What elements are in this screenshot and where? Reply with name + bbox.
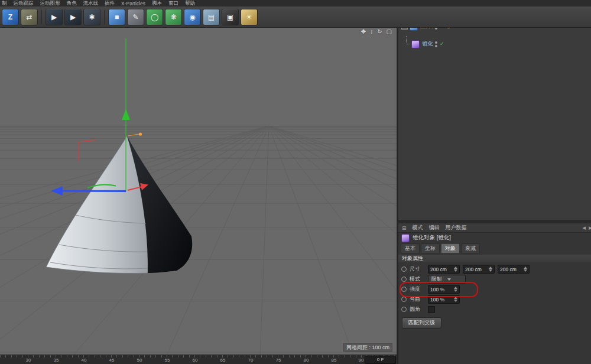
- menu-item-mograph[interactable]: 运动图形: [40, 0, 60, 7]
- menu-item-script[interactable]: 脚本: [152, 0, 162, 7]
- size-z-field[interactable]: 200 cm: [498, 265, 530, 274]
- taper-deformer-icon[interactable]: [411, 40, 420, 48]
- toggle-view-icon[interactable]: ▢: [387, 28, 392, 35]
- render-settings-icon[interactable]: ✱: [83, 9, 100, 25]
- ruler-mark: 50: [137, 358, 142, 363]
- object-manager-tree[interactable]: 立方体 ✓ 锥化 ✓: [398, 20, 591, 220]
- axis-z-line[interactable]: [61, 191, 126, 191]
- visibility-dots-icon[interactable]: [435, 41, 437, 44]
- pen-tool-icon[interactable]: ✎: [127, 9, 144, 25]
- tab-object[interactable]: 对象: [441, 243, 460, 254]
- am-menu-edit[interactable]: 编辑: [429, 224, 440, 232]
- history-controls: ◀ ▶: [582, 225, 591, 230]
- main-menubar: 制 运动跟踪 运动图形 角色 流水线 插件 X-Particles 脚本 窗口 …: [0, 0, 591, 6]
- keyframe-dot-icon[interactable]: [401, 287, 407, 292]
- ruler-mark: 35: [54, 358, 59, 363]
- simulation-icon[interactable]: ◉: [184, 9, 201, 25]
- history-forward-icon[interactable]: ▶: [589, 225, 591, 230]
- object-label-taper[interactable]: 锥化: [422, 40, 433, 48]
- keyframe-dot-icon[interactable]: [401, 297, 407, 302]
- object-toggles: ✓: [435, 40, 444, 48]
- stepper-icon[interactable]: [454, 287, 458, 292]
- current-frame-field[interactable]: 0 F: [365, 356, 396, 364]
- am-menu-mode[interactable]: 模式: [413, 224, 423, 232]
- ruler-mark: 45: [109, 358, 115, 363]
- menu-item-help[interactable]: 帮助: [185, 0, 195, 7]
- timeline-ruler[interactable]: 30 35 40 45 50 55 60 65 70 75 80 85 90: [0, 355, 397, 364]
- attribute-rows: 尺寸 200 cm 200 cm 200 cm 模式 限制 强度 100 % 弯…: [398, 264, 591, 329]
- tree-row-taper[interactable]: 锥化 ✓: [398, 40, 591, 48]
- generator-icon[interactable]: ❋: [165, 9, 182, 25]
- stepper-icon[interactable]: [454, 266, 458, 272]
- history-back-icon[interactable]: ◀: [582, 225, 586, 230]
- keyframe-dot-icon[interactable]: [401, 266, 407, 272]
- enabled-check-icon[interactable]: ✓: [440, 40, 444, 48]
- menu-item-character[interactable]: 角色: [67, 0, 77, 7]
- fillet-checkbox[interactable]: [428, 306, 435, 313]
- menu-item[interactable]: 制: [2, 0, 7, 7]
- attribute-object-title: 锥化对象 [锥化]: [413, 234, 451, 242]
- ruler-mark: 55: [165, 358, 170, 363]
- grid-spacing-label: 网格间距 : 100 cm: [343, 343, 392, 352]
- fit-to-parent-button[interactable]: 匹配到父级: [402, 317, 441, 329]
- tab-falloff[interactable]: 衰减: [461, 243, 480, 254]
- menu-item-pipeline[interactable]: 流水线: [83, 0, 99, 7]
- ruler-mark: 65: [220, 358, 226, 363]
- viewport-3d[interactable]: ✥ ↕ ↻ ▢ 网格间距 : 100 cm: [0, 27, 397, 355]
- size-y-field[interactable]: 200 cm: [463, 265, 495, 274]
- ruler-mark: 30: [26, 358, 31, 363]
- camera-icon[interactable]: ▣: [222, 9, 239, 25]
- size-label: 尺寸: [410, 265, 425, 273]
- bend-label: 弯曲: [410, 295, 425, 303]
- ruler-mark: 80: [304, 358, 309, 363]
- scene-canvas[interactable]: [0, 27, 397, 355]
- cube-primitive-icon[interactable]: ■: [108, 9, 125, 25]
- keyframe-dot-icon[interactable]: [401, 277, 407, 282]
- taper-handle-icon[interactable]: [139, 132, 142, 135]
- attribute-title-row: 锥化对象 [锥化]: [398, 233, 591, 242]
- tab-coordinates[interactable]: 坐标: [421, 243, 440, 254]
- taper-deformer-icon: [401, 234, 410, 242]
- spline-icon[interactable]: ◯: [146, 9, 163, 25]
- toolbar-separator: [104, 10, 105, 24]
- right-panel: ⊞ 文件 编辑 查看 对象 标签 书签 立方体 ✓ 锥化 ✓: [397, 0, 591, 364]
- render-view-icon[interactable]: ▶: [46, 9, 63, 25]
- strength-field[interactable]: 100 %: [428, 285, 460, 294]
- array-icon[interactable]: ▤: [203, 9, 220, 25]
- tab-basic[interactable]: 基本: [401, 243, 420, 254]
- object-properties-section-header[interactable]: 对象属性: [398, 255, 591, 262]
- ruler-mark: 75: [276, 358, 281, 363]
- main-toolbar: Z ⇄ ▶ ▶ ✱ ■ ✎ ◯ ❋ ◉ ▤ ▣ ☀: [0, 6, 591, 28]
- bend-field[interactable]: 100 %: [428, 295, 460, 304]
- render-region-icon[interactable]: ▶: [64, 9, 82, 25]
- viewport-nav-controls: ✥ ↕ ↻ ▢: [361, 28, 392, 35]
- ruler-mark: 85: [332, 358, 337, 363]
- strength-label: 强度: [410, 285, 425, 293]
- mode-row: 模式 限制: [398, 274, 591, 284]
- menu-item-plugins[interactable]: 插件: [105, 0, 115, 7]
- panel-menu-icon[interactable]: ⊞: [402, 225, 407, 231]
- stepper-icon[interactable]: [489, 266, 493, 272]
- goz-link-icon[interactable]: Z: [2, 9, 19, 25]
- keyframe-dot-icon[interactable]: [401, 307, 407, 312]
- size-row: 尺寸 200 cm 200 cm 200 cm: [398, 264, 591, 274]
- fillet-row: 圆角: [398, 304, 591, 314]
- menu-item-window[interactable]: 窗口: [168, 0, 178, 7]
- stepper-icon[interactable]: [454, 297, 458, 302]
- menu-item-xparticles[interactable]: X-Particles: [121, 1, 145, 6]
- rotate-view-icon[interactable]: ↻: [377, 28, 382, 35]
- ruler-mark: 90: [359, 358, 364, 363]
- stepper-icon[interactable]: [524, 266, 528, 272]
- toolbar-separator: [41, 10, 42, 24]
- ruler-mark: 70: [248, 358, 254, 363]
- exchange-icon[interactable]: ⇄: [21, 9, 38, 25]
- mode-dropdown[interactable]: 限制: [428, 275, 466, 284]
- am-menu-userdata[interactable]: 用户数据: [446, 224, 467, 232]
- ruler-mark: 40: [82, 358, 87, 363]
- size-x-field[interactable]: 200 cm: [428, 265, 460, 274]
- light-icon[interactable]: ☀: [241, 9, 258, 25]
- strength-row: 强度 100 %: [398, 284, 591, 294]
- menu-item-motion-tracker[interactable]: 运动跟踪: [14, 0, 34, 7]
- pan-view-icon[interactable]: ✥: [361, 28, 366, 35]
- zoom-view-icon[interactable]: ↕: [370, 28, 373, 35]
